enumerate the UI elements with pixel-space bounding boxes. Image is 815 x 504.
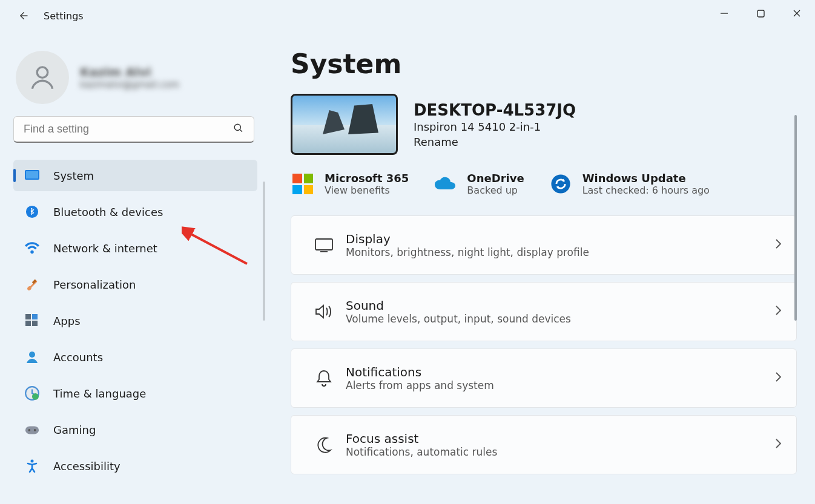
bell-icon [306, 369, 342, 387]
minimize-button[interactable] [706, 0, 742, 27]
search-input[interactable] [24, 123, 233, 136]
svg-point-21 [34, 429, 36, 431]
back-button[interactable] [12, 5, 34, 27]
monitor-icon [306, 237, 342, 253]
svg-point-18 [32, 393, 39, 400]
chevron-right-icon [774, 238, 782, 253]
svg-point-22 [31, 460, 34, 463]
sidebar-scrollbar[interactable] [263, 182, 265, 321]
svg-rect-19 [25, 426, 39, 434]
content-scrollbar[interactable] [794, 115, 797, 321]
moon-icon [306, 436, 342, 454]
card-focus-assist[interactable]: Focus assist Notifications, automatic ru… [291, 415, 797, 474]
device-name: DESKTOP-4L537JQ [414, 101, 576, 119]
card-sub: Volume levels, output, input, sound devi… [346, 313, 774, 325]
apps-icon [24, 313, 40, 329]
nav-label: Apps [53, 315, 81, 327]
nav-label: Accessibility [53, 460, 120, 473]
svg-point-4 [37, 67, 48, 78]
clock-globe-icon [24, 385, 40, 401]
tile-windows-update[interactable]: Windows Update Last checked: 6 hours ago [549, 172, 710, 196]
svg-rect-1 [757, 10, 764, 17]
avatar [16, 51, 69, 104]
speaker-icon [306, 303, 342, 320]
cloud-icon [433, 172, 457, 196]
person-icon [24, 349, 40, 365]
card-sub: Notifications, automatic rules [346, 446, 774, 458]
svg-rect-15 [32, 321, 38, 326]
device-summary: DESKTOP-4L537JQ Inspiron 14 5410 2-in-1 … [291, 94, 797, 155]
nav-list: System Bluetooth & devices Network & int… [13, 160, 257, 482]
card-title: Sound [346, 298, 774, 313]
rename-link[interactable]: Rename [414, 136, 576, 148]
tile-sub: View benefits [325, 185, 409, 196]
chevron-right-icon [774, 304, 782, 319]
tile-microsoft365[interactable]: Microsoft 365 View benefits [291, 172, 409, 196]
bluetooth-icon [24, 204, 40, 220]
user-name: Kazim Alvi [80, 65, 179, 79]
svg-rect-12 [25, 314, 31, 319]
tile-sub: Backed up [467, 185, 524, 196]
svg-point-16 [29, 352, 35, 358]
card-title: Display [346, 232, 774, 246]
app-title: Settings [44, 10, 84, 22]
nav-label: Personalization [53, 278, 136, 291]
svg-rect-14 [25, 321, 31, 326]
display-icon [24, 168, 40, 183]
svg-point-24 [551, 174, 570, 193]
nav-label: Bluetooth & devices [53, 206, 163, 218]
tile-onedrive[interactable]: OneDrive Backed up [433, 172, 524, 196]
svg-line-6 [240, 129, 242, 132]
nav-personalization[interactable]: Personalization [13, 269, 257, 300]
user-email: kazimalvi@gmail.com [80, 79, 179, 90]
card-title: Notifications [346, 365, 774, 379]
nav-time-language[interactable]: Time & language [13, 378, 257, 409]
svg-point-10 [30, 250, 33, 254]
chevron-right-icon [774, 371, 782, 386]
nav-label: Gaming [53, 424, 96, 436]
search-box[interactable] [13, 116, 254, 143]
card-sound[interactable]: Sound Volume levels, output, input, soun… [291, 282, 797, 341]
nav-bluetooth[interactable]: Bluetooth & devices [13, 196, 257, 227]
accessibility-icon [24, 458, 40, 474]
nav-gaming[interactable]: Gaming [13, 414, 257, 445]
page-heading: System [291, 48, 797, 79]
nav-accessibility[interactable]: Accessibility [13, 450, 257, 482]
nav-apps[interactable]: Apps [13, 305, 257, 336]
nav-label: Accounts [53, 351, 103, 364]
card-title: Focus assist [346, 431, 774, 446]
svg-rect-25 [315, 239, 332, 250]
tile-title: Windows Update [582, 172, 710, 185]
sidebar: Kazim Alvi kazimalvi@gmail.com System Bl… [0, 36, 269, 486]
device-model: Inspiron 14 5410 2-in-1 [414, 120, 576, 133]
svg-rect-8 [26, 171, 38, 178]
card-notifications[interactable]: Notifications Alerts from apps and syste… [291, 349, 797, 408]
titlebar: Settings [0, 0, 815, 31]
svg-point-20 [28, 429, 31, 431]
card-sub: Monitors, brightness, night light, displ… [346, 246, 774, 258]
tile-title: OneDrive [467, 172, 524, 185]
card-display[interactable]: Display Monitors, brightness, night ligh… [291, 215, 797, 275]
maximize-button[interactable] [742, 0, 779, 27]
nav-label: Network & internet [53, 242, 157, 255]
nav-system[interactable]: System [13, 160, 257, 191]
svg-point-5 [234, 124, 240, 130]
nav-label: Time & language [53, 387, 146, 400]
wifi-icon [24, 240, 40, 256]
nav-label: System [53, 169, 94, 182]
brush-icon [24, 277, 40, 292]
card-sub: Alerts from apps and system [346, 379, 774, 391]
sync-icon [549, 172, 573, 196]
nav-accounts[interactable]: Accounts [13, 341, 257, 373]
status-tiles: Microsoft 365 View benefits OneDrive Bac… [291, 172, 797, 196]
gamepad-icon [24, 422, 40, 437]
search-icon [233, 122, 244, 136]
wallpaper-thumbnail[interactable] [291, 94, 398, 155]
window-controls [706, 0, 815, 27]
svg-rect-11 [32, 279, 37, 284]
chevron-right-icon [774, 437, 782, 453]
close-button[interactable] [779, 0, 815, 27]
user-profile[interactable]: Kazim Alvi kazimalvi@gmail.com [13, 48, 257, 116]
microsoft-logo-icon [291, 172, 315, 196]
nav-network[interactable]: Network & internet [13, 232, 257, 264]
